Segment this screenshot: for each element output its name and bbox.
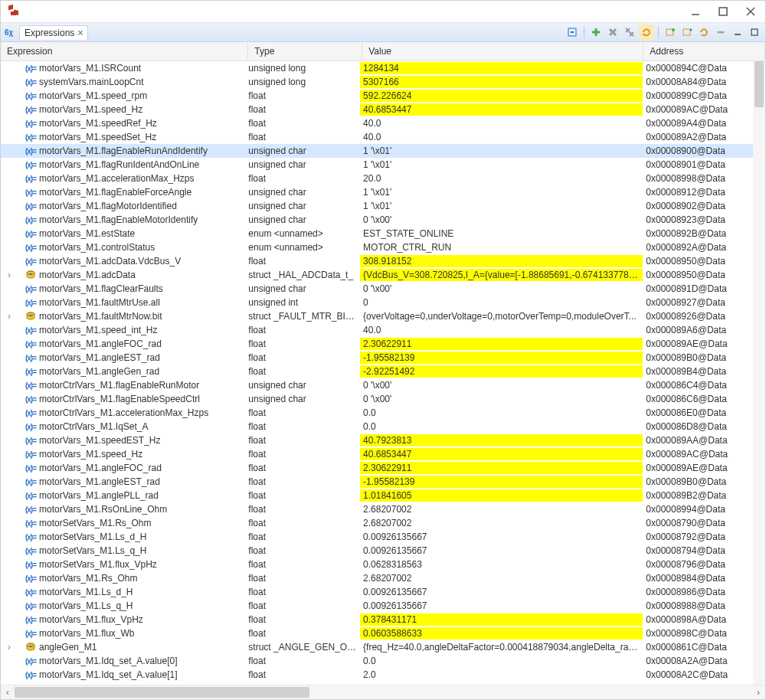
value-cell[interactable]: 2.0 — [360, 669, 643, 681]
table-row[interactable]: motorVars_M1.Idq_set_A.value[0]float0.00… — [1, 654, 765, 668]
value-cell[interactable]: 2.30622911 — [360, 338, 643, 350]
table-row[interactable]: motorVars_M1.flagEnableMotorIdentifyunsi… — [1, 213, 765, 227]
tab-expressions[interactable]: Expressions × — [19, 25, 88, 40]
table-row[interactable]: motorCtrlVars_M1.flagEnableRunMotorunsig… — [1, 378, 765, 392]
header-address[interactable]: Address — [643, 43, 765, 60]
table-row[interactable]: motorCtrlVars_M1.accelerationMax_Hzpsflo… — [1, 406, 765, 420]
scroll-left-icon[interactable]: ‹ — [1, 685, 15, 699]
table-row[interactable]: motorSetVars_M1.Rs_Ohmfloat2.682070020x0… — [1, 516, 765, 530]
table-row[interactable]: motorVars_M1.faultMtrUse.allunsigned int… — [1, 296, 765, 309]
import-icon[interactable] — [679, 25, 695, 40]
value-cell[interactable]: 1.01841605 — [360, 489, 643, 502]
table-row[interactable]: motorVars_M1.flagMotorIdentifiedunsigned… — [1, 199, 765, 213]
vertical-scroll-thumb[interactable] — [755, 61, 764, 107]
value-cell[interactable]: 0.0603588633 — [360, 627, 643, 639]
table-row[interactable]: motorVars_M1.speed_rpmfloat592.2266240x0… — [1, 89, 765, 103]
value-cell[interactable]: 1284134 — [360, 62, 643, 74]
value-cell[interactable]: -1.95582139 — [360, 476, 643, 488]
value-cell[interactable]: EST_STATE_ONLINE — [360, 227, 643, 240]
close-tab-icon[interactable]: × — [77, 28, 83, 38]
table-row[interactable]: motorVars_M1.angleGen_radfloat-2.9225149… — [1, 365, 765, 378]
value-cell[interactable]: 2.68207002 — [360, 517, 643, 529]
value-cell[interactable]: 2.68207002 — [360, 503, 643, 515]
value-cell[interactable]: 0.00926135667 — [360, 531, 643, 543]
value-cell[interactable]: 2.68207002 — [360, 572, 643, 584]
table-row[interactable]: motorVars_M1.flux_Wbfloat0.06035886330x0… — [1, 626, 765, 640]
value-cell[interactable]: 0.0 — [360, 407, 643, 419]
table-row[interactable]: motorVars_M1.Idq_set_A.value[1]float2.00… — [1, 668, 765, 682]
table-row[interactable]: motorVars_M1.Rs_Ohmfloat2.682070020x0000… — [1, 571, 765, 585]
value-cell[interactable]: 5307166 — [360, 76, 643, 88]
table-row[interactable]: motorVars_M1.angleFOC_radfloat2.30622911… — [1, 337, 765, 351]
value-cell[interactable]: -1.95582139 — [360, 352, 643, 364]
table-row[interactable]: ›motorVars_M1.faultMtrNow.bitstruct _FAU… — [1, 309, 765, 323]
expand-icon[interactable]: › — [4, 642, 15, 653]
value-cell[interactable]: MOTOR_CTRL_RUN — [360, 241, 643, 254]
value-cell[interactable]: 0.0 — [360, 420, 643, 433]
value-cell[interactable]: -2.92251492 — [360, 365, 643, 378]
table-body[interactable]: motorVars_M1.ISRCountunsigned long128413… — [1, 61, 765, 685]
table-row[interactable]: motorVars_M1.flagEnableForceAngleunsigne… — [1, 185, 765, 199]
value-cell[interactable]: 40.6853447 — [360, 103, 643, 116]
table-row[interactable]: motorVars_M1.ISRCountunsigned long128413… — [1, 61, 765, 75]
close-button[interactable] — [745, 6, 756, 17]
table-row[interactable]: motorVars_M1.speedRef_Hzfloat40.00x00008… — [1, 116, 765, 130]
expand-icon[interactable]: › — [4, 270, 15, 280]
value-cell[interactable]: 1 '\x01' — [360, 159, 643, 171]
table-row[interactable]: motorVars_M1.angleEST_radfloat-1.9558213… — [1, 351, 765, 365]
table-row[interactable]: motorVars_M1.flagClearFaultsunsigned cha… — [1, 282, 765, 296]
value-cell[interactable]: 1 '\x01' — [360, 145, 643, 157]
minimize-view-icon[interactable] — [730, 25, 745, 40]
scroll-right-icon[interactable]: › — [751, 685, 765, 699]
table-row[interactable]: motorVars_M1.RsOnLine_Ohmfloat2.68207002… — [1, 502, 765, 516]
table-row[interactable]: motorCtrlVars_M1.IqSet_Afloat0.00x000086… — [1, 420, 765, 433]
value-cell[interactable]: 0 '\x00' — [360, 283, 643, 295]
table-row[interactable]: motorVars_M1.adcData.VdcBus_Vfloat308.91… — [1, 254, 765, 268]
value-cell[interactable]: 40.0 — [360, 131, 643, 143]
value-cell[interactable]: 0 '\x00' — [360, 214, 643, 226]
table-row[interactable]: ›motorVars_M1.adcDatastruct _HAL_ADCData… — [1, 268, 765, 282]
export-icon[interactable] — [696, 25, 712, 40]
value-cell[interactable]: 40.6853447 — [360, 448, 643, 460]
value-cell[interactable]: 0 '\x00' — [360, 379, 643, 391]
table-row[interactable]: motorVars_M1.speedEST_Hzfloat40.79238130… — [1, 433, 765, 447]
value-cell[interactable]: 0.378431171 — [360, 613, 643, 626]
table-row[interactable]: motorVars_M1.angleFOC_radfloat2.30622911… — [1, 461, 765, 475]
table-row[interactable]: motorVars_M1.speed_int_Hzfloat40.00x0000… — [1, 323, 765, 337]
table-row[interactable]: motorVars_M1.Ls_q_Hfloat0.009261356670x0… — [1, 599, 765, 613]
table-row[interactable]: motorVars_M1.speedSet_Hzfloat40.00x00008… — [1, 130, 765, 144]
value-cell[interactable]: 40.7923813 — [360, 434, 643, 446]
table-row[interactable]: ›angleGen_M1struct _ANGLE_GEN_Obj_{freq_… — [1, 640, 765, 654]
add-expression-row[interactable]: ＋Add new expression — [1, 682, 765, 685]
refresh-icon[interactable] — [639, 25, 654, 40]
horizontal-scrollbar[interactable]: ‹ › — [1, 685, 765, 699]
collapse-all-icon[interactable] — [565, 25, 580, 40]
remove-expression-icon[interactable] — [605, 25, 620, 40]
table-row[interactable]: motorVars_M1.Ls_d_Hfloat0.009261356670x0… — [1, 585, 765, 599]
table-row[interactable]: systemVars.mainLoopCntunsigned long53071… — [1, 75, 765, 89]
maximize-view-icon[interactable] — [747, 25, 762, 40]
table-row[interactable]: motorVars_M1.flagRunIdentAndOnLineunsign… — [1, 158, 765, 172]
value-cell[interactable]: 0.00926135667 — [360, 600, 643, 612]
maximize-button[interactable] — [718, 6, 728, 17]
value-cell[interactable]: 1 '\x01' — [360, 200, 643, 212]
table-row[interactable]: motorCtrlVars_M1.flagEnableSpeedCtrlunsi… — [1, 392, 765, 406]
value-cell[interactable]: 2.30622911 — [360, 462, 643, 474]
value-cell[interactable]: 20.0 — [360, 172, 643, 185]
table-row[interactable]: motorVars_M1.accelerationMax_Hzpsfloat20… — [1, 172, 765, 185]
value-cell[interactable]: {overVoltage=0,underVoltage=0,motorOverT… — [360, 310, 643, 322]
table-row[interactable]: motorVars_M1.speed_Hzfloat40.68534470x00… — [1, 103, 765, 116]
expand-icon[interactable]: › — [4, 311, 15, 322]
value-cell[interactable]: 592.226624 — [360, 90, 643, 102]
table-row[interactable]: motorVars_M1.angleEST_radfloat-1.9558213… — [1, 475, 765, 489]
header-type[interactable]: Type — [248, 43, 362, 60]
value-cell[interactable]: 308.918152 — [360, 255, 643, 267]
view-menu-icon[interactable] — [713, 25, 728, 40]
value-cell[interactable]: 0.0 — [360, 655, 643, 667]
table-row[interactable]: motorVars_M1.anglePLL_radfloat1.01841605… — [1, 489, 765, 502]
table-row[interactable]: motorVars_M1.speed_Hzfloat40.68534470x00… — [1, 447, 765, 461]
new-view-icon[interactable] — [663, 25, 678, 40]
value-cell[interactable]: 0.0628318563 — [360, 558, 643, 571]
value-cell[interactable]: 1 '\x01' — [360, 186, 643, 198]
table-row[interactable]: motorVars_M1.flagEnableRunAndIdentifyuns… — [1, 144, 765, 158]
